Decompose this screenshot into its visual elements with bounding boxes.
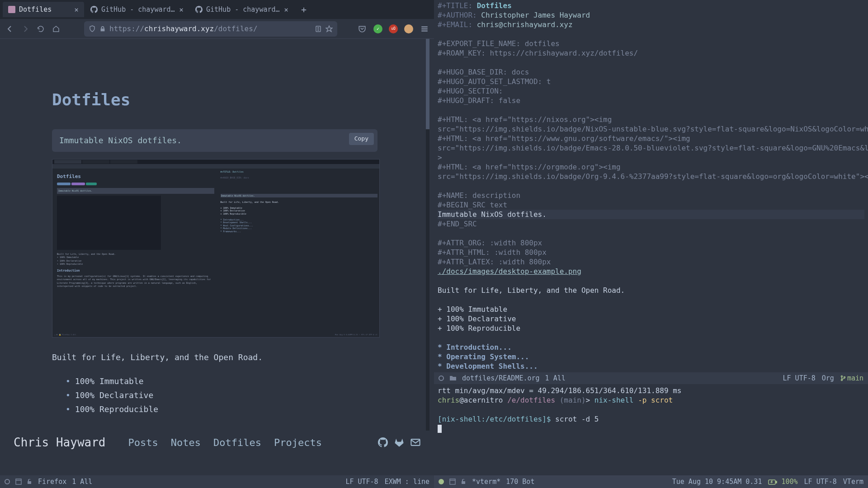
modeline-firefox: Firefox 1 All LF UTF-8 EXWM : line [0,475,434,488]
back-button[interactable] [5,23,15,34]
major-mode: Org [822,374,834,382]
scrollbar[interactable] [426,39,429,431]
major-mode: VTerm [843,478,863,486]
nav-bar: https://chrishayward.xyz/dotfiles/ ✓ uO [0,19,434,39]
tagline: Built for Life, Liberty, and the Open Ro… [52,351,377,364]
screenshot-image: Dotfiles Immutable NixOS dotfiles. Built… [52,159,380,338]
extension-1-icon[interactable]: ✓ [373,24,382,33]
cursor [438,425,442,433]
nav-projects[interactable]: Projects [274,437,322,448]
mini-tag: Built for Life, Liberty, and the Open Ro… [57,253,214,256]
list-item: 100% Declarative [66,389,377,403]
lock-icon [27,479,33,485]
modeline-org: dotfiles/README.org 1 All LF UTF-8 Org m… [434,372,868,384]
favicon-icon [8,6,15,13]
gitlab-icon[interactable] [394,437,404,447]
mini-title: Dotfiles [57,173,214,180]
window-icon [15,479,22,485]
vterm-buffer[interactable]: rtt min/avg/max/mdev = 49.294/186.651/36… [434,384,868,454]
forward-button[interactable] [20,23,31,34]
firefox-window: Dotfiles × GitHub - chayward1/dotf × Git… [0,0,434,454]
lock-icon [461,479,467,485]
close-icon[interactable]: × [284,5,288,14]
tab-label: GitHub - chayward1/dotf [101,5,175,14]
close-icon[interactable]: × [74,5,79,14]
encoding: LF UTF-8 [345,478,378,486]
svg-point-10 [844,377,845,378]
github-icon [195,6,203,13]
bottom-modelines: Firefox 1 All LF UTF-8 EXWM : line *vter… [0,475,868,488]
svg-rect-16 [776,481,777,483]
site-name[interactable]: Chris Hayward [14,436,106,449]
encoding: LF UTF-8 [804,478,837,486]
code-text: Immutable NixOS dotfiles. [59,136,182,145]
menu-icon[interactable] [420,24,429,34]
buffer-name: Firefox [38,478,66,486]
svg-rect-4 [421,26,428,27]
pocket-icon[interactable] [357,24,367,34]
extension-2-icon[interactable]: uO [389,24,398,33]
encoding: LF UTF-8 [783,374,816,382]
svg-rect-13 [450,479,455,484]
svg-rect-7 [411,439,420,446]
nav-notes[interactable]: Notes [171,437,201,448]
mini-code: Immutable NixOS dotfiles. [57,188,214,194]
tab-label: GitHub - chayward1/dotf [206,5,280,14]
tab-bar: Dotfiles × GitHub - chayward1/dotf × Git… [0,0,434,19]
site-footer: Chris Hayward Posts Notes Dotfiles Proje… [0,431,434,454]
tab-github-2[interactable]: GitHub - chayward1/dotf × [190,2,294,17]
svg-rect-11 [16,479,21,484]
close-icon[interactable]: × [179,5,184,14]
github-icon[interactable] [378,437,388,447]
github-icon [90,6,98,13]
svg-point-8 [841,376,842,377]
org-buffer[interactable]: #+TITLE: Dotfiles #+AUTHOR: Christopher … [434,0,868,372]
svg-rect-6 [421,30,428,31]
buffer-name: dotfiles/README.org [462,374,540,382]
new-tab-button[interactable]: + [297,2,311,17]
url-bar[interactable]: https://chrishayward.xyz/dotfiles/ [84,21,337,37]
bookmark-icon[interactable] [326,25,333,33]
modeline-vterm: *vterm* 170 Bot Tue Aug 10 9:45AM 0.31 1… [434,475,868,488]
battery-icon: 100% [768,478,797,486]
buffer-pos: 1 All [545,374,566,382]
url-text: https://chrishayward.xyz/dotfiles/ [109,24,258,33]
buffer-name: *vterm* [472,478,500,486]
buffer-pos: 1 All [72,478,92,486]
emacs-window: #+TITLE: Dotfiles #+AUTHOR: Christopher … [434,0,868,454]
git-branch: main [840,374,863,382]
feature-list: 100% Immutable 100% Declarative 100% Rep… [52,375,377,416]
modified-icon [439,479,444,484]
reader-icon[interactable] [315,25,322,33]
folder-icon [449,375,457,381]
lock-icon[interactable] [99,26,106,32]
clock: Tue Aug 10 9:45AM 0.31 [672,478,762,486]
scrollbar-thumb[interactable] [426,39,429,129]
svg-rect-5 [421,28,428,29]
vterm-line: [nix-shell:/etc/dotfiles]$ scrot -d 5 [438,414,864,424]
mail-icon[interactable] [410,437,420,447]
nav-dotfiles[interactable]: Dotfiles [213,437,261,448]
major-mode: EXWM : line [385,478,429,486]
code-block: Immutable NixOS dotfiles. Copy [52,129,377,151]
copy-button[interactable]: Copy [349,133,374,145]
modified-icon [5,479,10,484]
site-nav: Posts Notes Dotfiles Projects [128,437,322,448]
nav-posts[interactable]: Posts [128,437,158,448]
buffer-pos: 170 Bot [506,478,534,486]
vterm-output: rtt min/avg/max/mdev = 49.294/186.651/36… [438,386,681,395]
list-item: 100% Immutable [66,375,377,389]
web-content[interactable]: Dotfiles Immutable NixOS dotfiles. Copy … [0,39,429,431]
list-item: 100% Reproducible [66,403,377,417]
home-button[interactable] [51,23,61,34]
tab-dotfiles[interactable]: Dotfiles × [3,2,84,17]
window-icon [449,479,456,485]
vterm-line: chris@acernitro /e/dotfiles (main)> nix-… [438,395,864,405]
svg-point-9 [841,380,842,381]
shield-icon[interactable] [89,25,96,33]
reload-button[interactable] [35,23,46,34]
modified-icon [439,375,444,381]
extension-3-icon[interactable] [404,24,413,33]
page-title: Dotfiles [52,89,377,111]
tab-github-1[interactable]: GitHub - chayward1/dotf × [85,2,189,17]
